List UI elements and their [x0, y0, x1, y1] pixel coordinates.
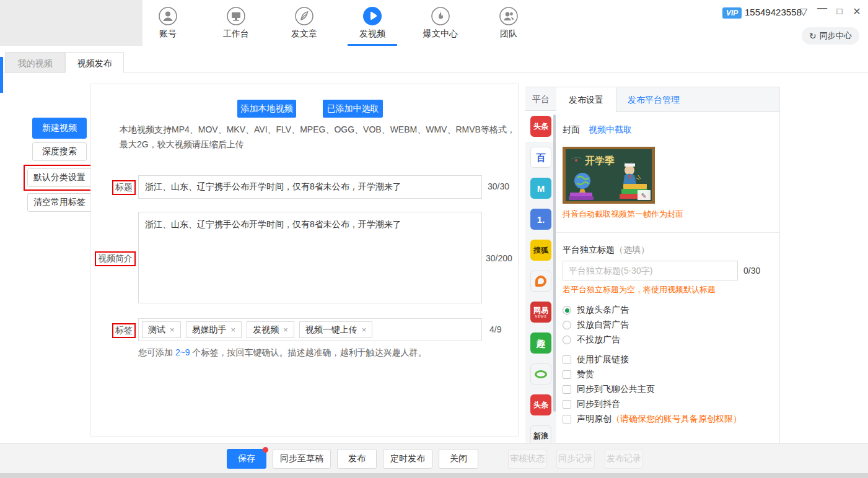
checkbox-extended-link[interactable]: 使用扩展链接: [563, 352, 742, 367]
cyan-m-icon: M: [530, 178, 551, 199]
tag-remove-icon[interactable]: ×: [362, 325, 367, 334]
checkbox-icon: [563, 415, 571, 424]
divider: [556, 232, 779, 233]
pick-from-added-button[interactable]: 已添加中选取: [323, 100, 383, 118]
minimize-icon[interactable]: —: [815, 2, 829, 14]
checkbox-icon: [563, 355, 571, 364]
platform-yidianzixun[interactable]: 1.: [525, 204, 556, 235]
sync-center-label: 同步中心: [820, 30, 852, 41]
nav-item-team[interactable]: 团队: [475, 2, 543, 46]
maximize-icon[interactable]: □: [833, 6, 846, 16]
sync-center-button[interactable]: ↻ 同步中心: [802, 27, 859, 45]
radio-dot: [565, 308, 569, 313]
radio-self-ad[interactable]: 投放自营广告: [563, 318, 629, 332]
tag-chip: 发视频 ×: [247, 321, 294, 338]
app-window: 账号 工作台 发文章 发视频 爆文中心 团队: [0, 0, 868, 478]
account-icon: [158, 6, 178, 26]
options-checkbox-group: 使用扩展链接 赞赏 同步到飞聊公共主页 同步到抖音 声明原创 （请确保您的账号具…: [563, 352, 742, 427]
tag-chip: 易媒助手 ×: [186, 321, 242, 338]
tag-text: 测试: [148, 324, 165, 336]
checkbox-sync-douyin[interactable]: 同步到抖音: [563, 397, 742, 412]
platform-netease[interactable]: 网易 NEWS: [525, 297, 556, 328]
yidianzixun-icon: 1.: [530, 209, 551, 230]
video-play-icon: [362, 6, 382, 26]
platform-sina[interactable]: 新浪: [525, 420, 556, 443]
tag-remove-icon[interactable]: ×: [231, 325, 236, 334]
tag-remove-icon[interactable]: ×: [283, 325, 288, 334]
checkbox-declare-original[interactable]: 声明原创 （请确保您的账号具备原创权限）: [563, 412, 742, 427]
nav-item-publish-article[interactable]: 发文章: [270, 2, 338, 46]
nav-item-account[interactable]: 账号: [134, 2, 202, 46]
tags-count: 4/9: [489, 324, 501, 334]
close-window-icon[interactable]: ✕: [850, 6, 864, 17]
tab-platform-manage[interactable]: 发布平台管理: [628, 87, 680, 112]
cover-row: 封面 视频中截取: [563, 124, 632, 136]
platform-cyan-m[interactable]: M: [525, 173, 556, 204]
platform-column-header: 平台: [525, 87, 556, 111]
radio-toutiao-ad[interactable]: 投放头条广告: [563, 303, 629, 318]
deep-search-button[interactable]: 深度搜索: [32, 142, 87, 161]
eye-ring-shape: [535, 370, 547, 378]
article-pen-icon: [294, 6, 314, 26]
capture-from-video-link[interactable]: 视频中截取: [589, 124, 632, 134]
workbench-icon: [226, 6, 246, 26]
netease-sub: NEWS: [535, 315, 547, 318]
nav-label: 工作台: [223, 28, 249, 40]
radio-selected-icon: [563, 306, 571, 315]
menu-funnel-icon[interactable]: ▽: [797, 6, 810, 17]
nav-item-hot-center[interactable]: 爆文中心: [406, 2, 475, 46]
checkbox-label: 同步到飞聊公共主页: [577, 384, 655, 395]
platform-dongfang-toutiao[interactable]: 头条: [525, 389, 556, 420]
tags-input-box[interactable]: 测试 × 易媒助手 × 发视频 × 视频一键上传 ×: [138, 318, 482, 341]
main-nav: 账号 工作台 发文章 发视频 爆文中心 团队: [134, 2, 543, 46]
scheduled-publish-button[interactable]: 定时发布: [383, 449, 432, 469]
netease-icon: 网易 NEWS: [530, 302, 551, 323]
platform-scrollbar[interactable]: [553, 115, 556, 412]
tags-label: 标签: [112, 323, 136, 338]
independent-title-label: 平台独立标题（选填）: [563, 245, 649, 256]
platform-baijiahao[interactable]: 百: [525, 142, 556, 173]
checkbox-icon: [563, 370, 571, 379]
platform-iqiyi[interactable]: [525, 358, 556, 389]
nav-item-publish-video[interactable]: 发视频: [338, 2, 406, 46]
tab-publish-settings[interactable]: 发布设置: [556, 87, 616, 112]
independent-title-input[interactable]: [563, 261, 738, 280]
checkbox-label: 声明原创: [577, 414, 612, 425]
clear-common-tags-button[interactable]: 清空常用标签: [27, 193, 92, 212]
publish-button[interactable]: 发布: [337, 449, 377, 469]
top-bar: 账号 工作台 发文章 发视频 爆文中心 团队: [0, 0, 868, 46]
tab-video-publish[interactable]: 视频发布: [65, 52, 124, 73]
checkbox-sync-feiliao[interactable]: 同步到飞聊公共主页: [563, 382, 742, 397]
description-textarea[interactable]: 浙江、山东、辽宁携手公布开学时间，仅有8省未公布，开学潮来了: [138, 212, 482, 303]
checkbox-reward[interactable]: 赞赏: [563, 367, 742, 382]
platform-dayu[interactable]: [525, 266, 556, 297]
radio-label: 不投放广告: [577, 334, 620, 345]
platform-toutiao[interactable]: 头条: [525, 111, 556, 142]
nav-label: 爆文中心: [423, 28, 458, 40]
tag-text: 发视频: [253, 324, 279, 336]
nav-label: 团队: [500, 28, 517, 40]
default-category-button[interactable]: 默认分类设置: [27, 168, 92, 187]
new-video-button[interactable]: 新建视频: [32, 118, 87, 139]
add-local-video-button[interactable]: 添加本地视频: [237, 100, 296, 118]
platform-qutoutiao[interactable]: 趣: [525, 328, 556, 358]
radio-no-ad[interactable]: 不投放广告: [563, 332, 629, 347]
close-button[interactable]: 关闭: [439, 449, 478, 469]
nav-item-workbench[interactable]: 工作台: [202, 2, 270, 46]
toutiao-icon: 头条: [530, 116, 551, 137]
left-accent-bar: [0, 57, 3, 93]
footer-bar: 保存 同步至草稿 发布 定时发布 关闭 审核状态 同步记录 发布记录: [0, 443, 868, 473]
cover-edit-icon[interactable]: ✎: [638, 190, 651, 200]
tab-my-videos[interactable]: 我的视频: [5, 52, 65, 73]
tags-hint-range: 2~9: [175, 347, 190, 357]
sync-to-draft-button[interactable]: 同步至草稿: [273, 449, 331, 469]
tag-remove-icon[interactable]: ×: [170, 325, 175, 334]
publish-record-button: 发布记录: [605, 449, 643, 469]
independent-title-count: 0/30: [743, 266, 760, 276]
cover-thumbnail[interactable]: 开学季 ✎: [563, 147, 655, 204]
title-input[interactable]: [138, 175, 482, 199]
radio-unselected-icon: [563, 336, 571, 344]
description-char-count: 30/200: [486, 253, 512, 263]
platform-sohu[interactable]: 搜狐: [525, 235, 556, 266]
save-button[interactable]: 保存: [227, 449, 266, 469]
